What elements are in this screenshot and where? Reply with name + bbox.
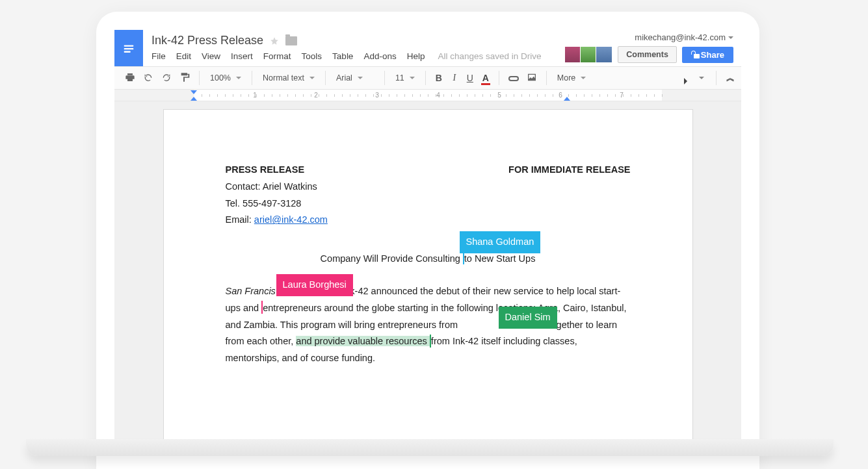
collaborator-avatars[interactable] xyxy=(566,46,612,63)
doc-email-prefix: Email: xyxy=(226,214,254,225)
left-indent-marker[interactable] xyxy=(191,97,197,101)
collab-label-green: Daniel Sim xyxy=(499,307,557,329)
ruler-tick-label: 2 xyxy=(314,92,318,99)
menu-view[interactable]: View xyxy=(202,51,220,61)
font-size-value: 11 xyxy=(395,73,404,82)
svg-rect-1 xyxy=(124,48,134,49)
doc-para-italic: San Francis xyxy=(226,286,276,296)
svg-rect-2 xyxy=(124,51,131,53)
ruler[interactable]: 1 2 3 4 5 6 7 xyxy=(114,90,741,101)
font-size-select[interactable]: 11 xyxy=(391,73,419,82)
ruler-tick-label: 6 xyxy=(559,92,562,99)
editing-mode-button[interactable] xyxy=(678,75,691,81)
ruler-tick-label: 4 xyxy=(436,92,440,99)
ruler-area: 1 2 3 4 5 6 7 xyxy=(194,90,662,101)
menu-file[interactable]: File xyxy=(151,51,166,61)
avatar[interactable] xyxy=(564,46,581,63)
star-icon[interactable] xyxy=(270,36,279,45)
menu-tools[interactable]: Tools xyxy=(302,51,322,61)
undo-icon[interactable] xyxy=(140,70,156,87)
doc-heading-left: PRESS RELEASE xyxy=(226,162,305,179)
print-icon[interactable] xyxy=(122,70,138,87)
zoom-value: 100% xyxy=(210,73,231,82)
doc-contact-line: Contact: Ariel Watkins xyxy=(226,179,631,196)
save-status: All changes saved in Drive xyxy=(438,51,541,61)
hide-menus-icon[interactable]: ︽ xyxy=(723,70,736,86)
header: Ink-42 Press Release File Edit View Inse… xyxy=(114,30,741,66)
avatar[interactable] xyxy=(596,46,612,63)
comments-button[interactable]: Comments xyxy=(618,46,677,63)
collab-label-pink: Laura Borghesi xyxy=(276,274,353,296)
font-family-value: Arial xyxy=(336,73,352,82)
insert-link-icon[interactable] xyxy=(506,71,521,86)
doc-heading-right: FOR IMMEDIATE RELEASE xyxy=(508,162,630,179)
toolbar: 100% Normal text Arial 11 B I U A More ︽ xyxy=(114,66,741,90)
ruler-tick-label: 3 xyxy=(375,92,379,99)
share-button[interactable]: Share xyxy=(682,47,733,63)
docs-logo[interactable] xyxy=(114,30,143,66)
collab-caret-cyan xyxy=(463,251,464,264)
insert-image-icon[interactable] xyxy=(524,70,540,87)
caret-down-icon xyxy=(699,77,704,79)
bold-button[interactable]: B xyxy=(432,70,445,86)
collab-label-cyan: Shana Goldman xyxy=(460,231,541,253)
doc-para-selection: and provide valuable resources xyxy=(296,336,430,346)
right-indent-marker[interactable] xyxy=(564,97,570,101)
doc-tel-line: Tel. 555-497-3128 xyxy=(226,196,631,212)
doc-subhead-seg: Company Will Provide Consulting xyxy=(321,253,463,264)
redo-icon[interactable] xyxy=(159,70,174,87)
share-button-label: Share xyxy=(701,50,724,60)
account-email[interactable]: mikechang@ink-42.com xyxy=(635,32,733,42)
menu-insert[interactable]: Insert xyxy=(231,51,253,61)
underline-button[interactable]: U xyxy=(464,70,477,86)
paragraph-style-select[interactable]: Normal text xyxy=(259,73,319,82)
app-window: Ink-42 Press Release File Edit View Inse… xyxy=(114,30,741,440)
svg-rect-0 xyxy=(124,45,134,46)
first-line-indent-marker[interactable] xyxy=(191,90,197,94)
zoom-select[interactable]: 100% xyxy=(206,73,245,82)
menu-edit[interactable]: Edit xyxy=(176,51,191,61)
document-page[interactable]: PRESS RELEASE FOR IMMEDIATE RELEASE Cont… xyxy=(163,109,693,440)
menu-bar: File Edit View Insert Format Tools Table… xyxy=(151,51,557,61)
menu-format[interactable]: Format xyxy=(263,51,291,61)
folder-icon[interactable] xyxy=(285,36,297,45)
doc-subheading: Shana Goldman Company Will Provide Consu… xyxy=(226,251,631,268)
laptop-base xyxy=(26,439,834,456)
more-button[interactable]: More xyxy=(553,73,590,82)
doc-paragraph: Laura Borghesi Daniel Sim San FrancisLau… xyxy=(226,283,631,367)
collab-caret-green xyxy=(430,335,431,348)
menu-help[interactable]: Help xyxy=(407,51,425,61)
paragraph-style-value: Normal text xyxy=(263,73,304,82)
collab-caret-pink xyxy=(261,301,263,314)
font-family-select[interactable]: Arial xyxy=(332,73,378,82)
doc-email-line: Email: ariel@ink-42.com xyxy=(226,212,631,229)
document-canvas[interactable]: PRESS RELEASE FOR IMMEDIATE RELEASE Cont… xyxy=(114,101,741,440)
menu-addons[interactable]: Add-ons xyxy=(363,51,396,61)
paint-format-icon[interactable] xyxy=(177,70,192,87)
text-color-button[interactable]: A xyxy=(479,70,492,86)
avatar[interactable] xyxy=(580,46,597,63)
doc-subhead-seg: to New Start Ups xyxy=(464,253,536,264)
doc-email-link[interactable]: ariel@ink-42.com xyxy=(254,214,328,225)
laptop-frame: Ink-42 Press Release File Edit View Inse… xyxy=(96,12,759,469)
lock-icon xyxy=(691,51,697,58)
account-email-text: mikechang@ink-42.com xyxy=(635,32,726,42)
italic-button[interactable]: I xyxy=(448,70,461,86)
menu-table[interactable]: Table xyxy=(332,51,353,61)
caret-down-icon xyxy=(728,36,733,39)
more-label: More xyxy=(557,73,575,82)
document-title[interactable]: Ink-42 Press Release xyxy=(151,34,263,47)
